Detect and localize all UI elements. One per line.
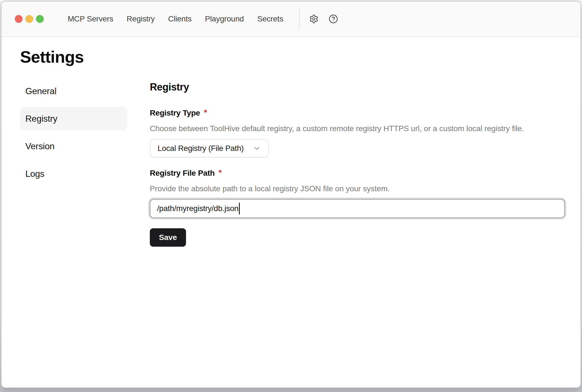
text-cursor [239, 203, 240, 214]
registry-type-field: Registry Type * Choose between ToolHive … [150, 108, 565, 158]
registry-type-selected-value: Local Registry (File Path) [158, 144, 244, 153]
required-asterisk: * [219, 168, 222, 177]
app-window: MCP Servers Registry Clients Playground … [1, 1, 581, 388]
titlebar-divider [299, 9, 300, 29]
titlebar-icons [309, 14, 338, 24]
traffic-lights [15, 15, 44, 23]
sidebar-item-general[interactable]: General [20, 79, 127, 103]
nav-item-playground[interactable]: Playground [205, 14, 244, 23]
save-button[interactable]: Save [150, 228, 186, 247]
registry-file-path-label: Registry File Path [150, 168, 215, 178]
close-window-button[interactable] [15, 15, 23, 23]
registry-type-label: Registry Type [150, 108, 200, 118]
chevron-down-icon [253, 144, 261, 153]
top-nav: MCP Servers Registry Clients Playground … [68, 14, 283, 23]
registry-file-path-field: Registry File Path * Provide the absolut… [150, 168, 565, 218]
registry-type-description: Choose between ToolHive default registry… [150, 124, 565, 133]
zoom-window-button[interactable] [36, 15, 44, 23]
nav-item-registry[interactable]: Registry [127, 14, 155, 23]
settings-sidebar: General Registry Version Logs [20, 79, 127, 247]
gear-icon [309, 14, 319, 24]
registry-file-path-input[interactable]: /path/myregistry/db.json [150, 199, 565, 218]
nav-item-mcp-servers[interactable]: MCP Servers [68, 14, 113, 23]
help-button[interactable] [329, 14, 338, 24]
required-asterisk: * [204, 108, 207, 117]
settings-button[interactable] [309, 14, 319, 24]
help-icon [329, 14, 338, 24]
minimize-window-button[interactable] [25, 15, 33, 23]
nav-item-secrets[interactable]: Secrets [257, 14, 283, 23]
sidebar-item-version[interactable]: Version [20, 134, 127, 158]
titlebar: MCP Servers Registry Clients Playground … [1, 1, 581, 37]
settings-page: Settings General Registry Version Logs R… [1, 37, 581, 247]
sidebar-item-registry[interactable]: Registry [20, 107, 127, 130]
sidebar-item-logs[interactable]: Logs [20, 162, 127, 185]
section-title: Registry [150, 81, 565, 93]
registry-type-select[interactable]: Local Registry (File Path) [150, 139, 269, 158]
page-title: Settings [20, 47, 562, 67]
registry-file-path-description: Provide the absolute path to a local reg… [150, 184, 565, 193]
registry-file-path-value: /path/myregistry/db.json [157, 204, 238, 213]
nav-item-clients[interactable]: Clients [168, 14, 192, 23]
registry-settings-panel: Registry Registry Type * Choose between … [150, 79, 565, 247]
